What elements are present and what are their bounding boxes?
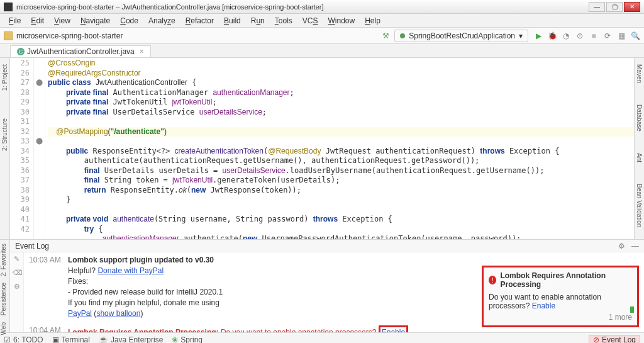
event-log-title: Event Log [15,242,618,250]
profile-button[interactable]: ⊙ [575,31,585,41]
menu-analyze[interactable]: Analyze [143,15,180,26]
event-time: 10:03 AM [29,255,63,266]
event-log-panel: 2: Favorites Persistence Web Event Log ⚙… [0,239,644,332]
menu-code[interactable]: Code [115,15,143,26]
layout-button[interactable]: ▦ [616,31,626,41]
build-icon[interactable]: ⚒ [382,31,389,40]
notif-more[interactable]: 1 more [489,313,632,322]
run-config-icon [400,33,405,38]
tool-web[interactable]: Web [0,322,7,335]
tool-bean-validation[interactable]: Bean Validation [635,183,644,228]
code-content[interactable]: @CrossOrigin @RequiredArgsConstructor pu… [45,58,644,239]
menu-build[interactable]: Build [219,15,246,26]
maximize-button[interactable]: ▢ [606,2,623,12]
menu-edit[interactable]: Edit [26,15,49,26]
left-tool-strip: 1: Project 2: Structure [0,58,10,239]
run-config-selector[interactable]: SpringBootRestCrudApplication ▾ [394,30,528,42]
tool-event-log[interactable]: ⊘Event Log [589,335,640,344]
tab-jwt-controller[interactable]: C JwtAuthenticationController.java × [10,45,151,57]
clear-icon[interactable]: ⌫ [13,269,21,278]
tool-java-enterprise[interactable]: ☕Java Enterprise [99,335,163,344]
tool-persistence[interactable]: Persistence [0,283,7,315]
title-bar: microservice-spring-boot-starter – JwtAu… [0,0,644,14]
close-button[interactable]: ✕ [624,2,640,12]
window-title: microservice-spring-boot-starter – JwtAu… [16,3,589,11]
paypal-link[interactable]: PayPal [68,309,92,318]
folder-icon [4,31,13,40]
tool-todo[interactable]: ☑6: TODO [4,335,43,344]
code-editor[interactable]: 252627282930313233343536373839404142 ⬤⬤ … [10,58,644,239]
error-icon: ! [489,276,496,284]
minimize-button[interactable]: — [589,2,605,12]
coverage-button[interactable]: ◔ [561,31,571,41]
class-file-icon: C [17,48,25,55]
editor-area: 1: Project 2: Structure 2526272829303132… [0,58,644,239]
menu-view[interactable]: View [49,15,75,26]
tool-ant[interactable]: Ant [635,152,644,164]
tool-favorites[interactable]: 2: Favorites [0,244,7,276]
close-tab-icon[interactable]: × [140,47,144,56]
debug-button[interactable]: 🐞 [547,31,557,41]
gutter-icons: ⬤⬤ [34,58,45,239]
chevron-down-icon: ▾ [519,31,523,40]
tool-terminal[interactable]: ▣Terminal [52,335,90,344]
menu-refactor[interactable]: Refactor [180,15,219,26]
notif-enable-link[interactable]: Enable [532,301,555,310]
right-tool-strip: Maven Database Ant Bean Validation [634,58,644,239]
menu-bar: File Edit View Navigate Code Analyze Ref… [0,14,644,28]
event-time: 10:04 AM [29,325,63,332]
filter-icon[interactable]: ⚙ [13,283,21,291]
bottom-tool-bar: ☑6: TODO ▣Terminal ☕Java Enterprise ❀Spr… [0,332,644,343]
editor-tabs: C JwtAuthenticationController.java × [0,44,644,58]
run-button[interactable]: ▶ [533,31,543,41]
app-icon [4,3,13,11]
hide-panel-icon[interactable]: — [631,242,639,250]
menu-window[interactable]: Window [323,15,360,26]
menu-vcs[interactable]: VCS [297,15,323,26]
left-tool-strip-lower: 2: Favorites Persistence Web [0,240,10,332]
show-balloon-link[interactable]: show balloon [96,309,140,318]
gear-icon[interactable]: ⚙ [618,242,625,250]
update-button[interactable]: ⟳ [602,31,613,41]
scrollbar-mark [630,306,634,313]
tool-database[interactable]: Database [635,103,644,133]
breadcrumb[interactable]: microservice-spring-boot-starter [16,31,123,40]
edit-icon[interactable]: ✎ [13,255,21,264]
menu-navigate[interactable]: Navigate [75,15,115,26]
enable-annotation-link[interactable]: Enable [382,328,405,332]
menu-run[interactable]: Run [246,15,270,26]
line-numbers: 252627282930313233343536373839404142 [10,58,34,239]
search-button[interactable]: 🔍 [630,31,640,41]
nav-bar: microservice-spring-boot-starter ⚒ Sprin… [0,28,644,44]
notification-popup: ! Lombok Requires Annotation Processing … [482,266,639,327]
tool-maven[interactable]: Maven [635,63,644,84]
donate-paypal-link[interactable]: Donate with PayPal [97,266,164,275]
menu-tools[interactable]: Tools [270,15,297,26]
menu-help[interactable]: Help [360,15,386,26]
tool-project[interactable]: 1: Project [0,63,9,92]
tool-spring[interactable]: ❀Spring [172,335,203,344]
tool-structure[interactable]: 2: Structure [0,117,9,152]
event-side-toolbar: ✎ ⌫ ⚙ [10,252,24,332]
stop-button[interactable]: ■ [589,31,599,41]
menu-file[interactable]: File [4,15,26,26]
